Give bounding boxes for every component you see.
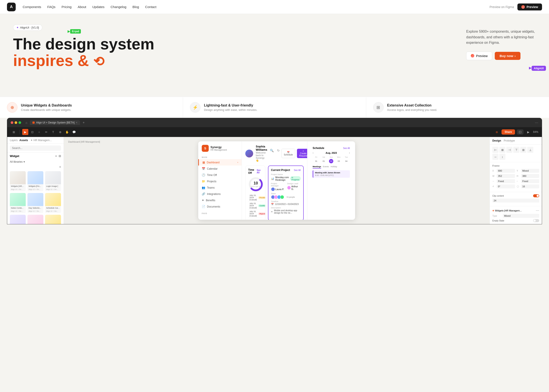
tab-close-icon[interactable]: × — [76, 121, 77, 124]
sidebar-item-time-off[interactable]: 🕐 Time Off — [198, 172, 242, 178]
clip-val-input[interactable]: 24 — [492, 199, 539, 203]
breadcrumb-label[interactable]: ✦ HR Managem... — [30, 139, 52, 142]
dot-close[interactable] — [11, 121, 13, 124]
pen-tool[interactable]: ✏ — [43, 129, 49, 135]
rotation-input[interactable]: 0° — [497, 184, 515, 188]
nav-contact[interactable]: Contact — [145, 5, 156, 9]
list-view-icon[interactable]: ≡ — [59, 165, 61, 168]
shape-tool[interactable]: ○ — [36, 129, 42, 135]
search-icon[interactable]: 🔍 — [270, 149, 274, 158]
text-tool[interactable]: T — [50, 129, 56, 135]
align-center-btn[interactable]: ⊠ — [499, 147, 506, 153]
dot-maximize[interactable] — [19, 121, 21, 124]
create-request-btn[interactable]: + Create Request — [297, 149, 307, 158]
preview-btn-hero[interactable]: Preview — [466, 52, 492, 60]
distribute-h-btn[interactable]: ↔ — [492, 154, 499, 160]
calendar-day[interactable]: 04 — [344, 159, 349, 163]
align-top-btn[interactable]: ⊤ — [513, 147, 519, 153]
align-middle-btn[interactable]: ⊞ — [520, 147, 526, 153]
frame-tool[interactable]: ⊡ — [29, 129, 35, 135]
sidebar-item-teams[interactable]: 👥 Teams — [198, 184, 242, 191]
nav-updates[interactable]: Updates — [92, 5, 105, 9]
holiday-tab[interactable]: Holiday — [331, 166, 337, 168]
select-tool[interactable]: ▶ — [22, 129, 28, 135]
design-tab[interactable]: Design — [492, 139, 501, 142]
list-item[interactable]: Login Image [ Align UI + De... — [45, 171, 61, 191]
nav-blog[interactable]: Blog — [133, 5, 139, 9]
list-item[interactable]: Schedule Car... Align UI + De... — [45, 193, 61, 213]
nav-components[interactable]: Components — [23, 5, 41, 9]
align-left-btn[interactable]: ⊢ — [492, 147, 499, 153]
list-item[interactable]: Schedule Dat... Align UI + De... — [10, 215, 26, 224]
meetings-tab[interactable]: Meetings — [313, 166, 321, 168]
next-month-btn[interactable]: › — [349, 151, 350, 154]
y-input[interactable]: Mixed — [521, 169, 539, 173]
layers-tab[interactable]: Layers — [10, 139, 18, 142]
calendar-day-today[interactable]: 02 — [329, 159, 333, 163]
sidebar-item-benefits[interactable]: ✦ Benefits — [198, 197, 242, 203]
events-tab[interactable]: Events — [323, 166, 329, 168]
clip-content-toggle[interactable] — [533, 194, 539, 197]
comment-tool[interactable]: 💬 — [71, 129, 77, 135]
timeoff-see-all[interactable]: See All — [257, 169, 262, 174]
schedule-see-all[interactable]: See All — [343, 147, 350, 149]
code-button[interactable]: { } — [517, 129, 523, 135]
schedule-btn[interactable]: 📅 Schedule — [282, 149, 296, 158]
preview-button[interactable]: Preview — [517, 3, 542, 10]
prototype-tab[interactable]: Prototype — [504, 139, 515, 142]
list-item[interactable]: Widgets [Fin... Align UI + De... — [28, 171, 43, 191]
calendar-day[interactable]: 01 — [322, 159, 326, 163]
buy-now-btn[interactable]: Buy now › — [495, 52, 521, 60]
radius-input[interactable]: 16 — [521, 184, 539, 188]
hand-tool[interactable]: ✋ — [64, 129, 70, 135]
browser-home-icon[interactable]: ⌂ — [26, 121, 27, 124]
nav-faqs[interactable]: FAQs — [47, 5, 56, 9]
w-input[interactable]: 352 — [497, 174, 515, 178]
sidebar-item-dashboard[interactable]: ▦ Dashboard › — [198, 159, 242, 166]
search-input[interactable] — [10, 146, 61, 151]
assets-tab[interactable]: Assets — [19, 139, 28, 142]
empty-state-label: Empty State — [492, 219, 510, 222]
x-input[interactable]: 680 — [497, 169, 515, 173]
play-btn[interactable]: ▶ — [525, 129, 531, 135]
list-item[interactable]: Schedule Det... Align UI + De... — [28, 215, 43, 224]
library-selector[interactable]: All libraries ▾ — [7, 159, 63, 165]
nav-changelog[interactable]: Changelog — [111, 5, 127, 9]
new-tab-btn[interactable]: + — [83, 121, 84, 125]
calendar-day[interactable]: 31 — [314, 159, 318, 163]
grid-tool[interactable]: ⊞ — [11, 129, 17, 135]
nav-about[interactable]: About — [77, 5, 86, 9]
align-bottom-btn[interactable]: ⊥ — [527, 147, 533, 153]
fixed-v-input[interactable]: Fixed — [521, 179, 539, 183]
prev-month-btn[interactable]: ‹ — [313, 151, 314, 154]
h-input[interactable]: 380 — [521, 174, 539, 178]
preview-on-figma-text: Preview on Figma — [490, 5, 514, 9]
share-button[interactable]: Share — [501, 129, 515, 135]
distribute-v-btn[interactable]: ↕ — [499, 154, 506, 160]
browser-tab[interactable]: Align UI + Design System [BETA] × — [30, 120, 80, 125]
browser-more-icon[interactable]: ⋯ — [535, 121, 538, 125]
nav-pricing[interactable]: Pricing — [62, 5, 72, 9]
figma-logo-btn[interactable]: ⊛ — [494, 129, 500, 135]
list-item[interactable]: Time Off Con... Align UI + De... — [45, 215, 61, 224]
logo[interactable]: A — [7, 3, 16, 11]
widget-close-btn[interactable]: × — [55, 154, 57, 158]
refresh-icon[interactable]: ↻ — [277, 149, 280, 158]
empty-state-toggle[interactable] — [533, 219, 539, 222]
align-right-btn[interactable]: ⊣ — [506, 147, 512, 153]
list-item[interactable]: Notes Conte... Align UI + De... — [10, 193, 26, 213]
calendar-day[interactable]: 03 — [337, 159, 341, 163]
layer-more-icon[interactable]: ⋯ — [536, 208, 539, 213]
component-tool[interactable]: ⊛ — [57, 129, 63, 135]
cp-see-all[interactable]: See All — [294, 169, 301, 171]
sidebar-item-projects[interactable]: 📁 Projects — [198, 178, 242, 184]
dot-minimize[interactable] — [14, 121, 17, 124]
sidebar-item-integrations[interactable]: 🔗 Integrations — [198, 191, 242, 197]
type-input[interactable]: Mixed — [503, 214, 539, 218]
sidebar-item-calendar[interactable]: 📅 Calendar — [198, 166, 242, 172]
sidebar-item-documents[interactable]: 📄 Documents — [198, 203, 242, 210]
fixed-h-input[interactable]: Fixed — [497, 179, 515, 183]
widget-grid-icon[interactable]: ⊟ — [59, 154, 61, 158]
list-item[interactable]: Day Selectio... Align UI + De... — [28, 193, 43, 213]
list-item[interactable]: Widgets [HR... Align UI + De... — [10, 171, 26, 191]
